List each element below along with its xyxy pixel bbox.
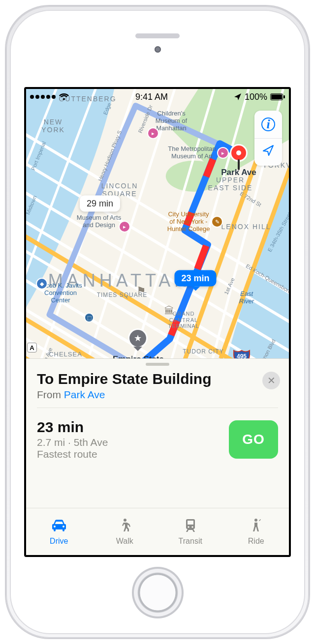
iphone-inner: 9:41 AM 100% — [10, 10, 305, 634]
route-card[interactable]: To Empire State Building From Park Ave ✕… — [26, 358, 289, 555]
svg-point-34 — [188, 526, 189, 527]
nh-chelsea: CHELSEA — [49, 351, 82, 358]
destination-origin-pin[interactable] — [231, 146, 246, 160]
nh-newyork: NEW YORK — [41, 118, 65, 134]
route-fastest: Fastest route — [37, 448, 108, 460]
monument-icon: 🏛 — [164, 305, 174, 317]
wifi-icon — [59, 93, 69, 101]
home-button[interactable] — [132, 567, 184, 618]
poi-childrens: Children's Museum of Manhattan — [156, 110, 187, 132]
route-a-badge: A — [27, 343, 37, 352]
nh-tudor: TUDOR CITY — [183, 349, 223, 355]
route-distance-via: 2.7 mi · 5th Ave — [37, 437, 108, 448]
transit-icon — [182, 518, 199, 535]
nh-lenox: LENOX HILL — [221, 223, 271, 231]
screen: 9:41 AM 100% — [24, 87, 291, 557]
poi-cuny: City University of New York - Hunter Col… — [167, 211, 210, 233]
poi-met: The Metropolitan Museum of Art — [168, 146, 216, 160]
tab-drive-label: Drive — [50, 537, 68, 546]
card-title: To Empire State Building — [37, 371, 278, 387]
subway-dot-1: ⬚ — [85, 314, 93, 322]
close-icon: ✕ — [267, 375, 276, 386]
route-summary: 23 min 2.7 mi · 5th Ave Fastest route GO — [37, 408, 278, 460]
locate-arrow-icon — [262, 144, 275, 160]
walk-icon — [116, 518, 133, 535]
locate-button[interactable] — [254, 138, 282, 166]
front-camera — [155, 46, 161, 53]
from-label: From — [37, 389, 61, 400]
location-arrow-icon — [234, 93, 242, 101]
battery-percent: 100% — [245, 92, 267, 102]
tab-drive[interactable]: Drive — [26, 508, 92, 555]
alt-route-eta[interactable]: 29 min — [80, 196, 120, 212]
iphone-frame: 9:41 AM 100% — [5, 5, 310, 639]
tab-ride-label: Ride — [248, 537, 264, 546]
status-bar: 9:41 AM 100% — [26, 89, 289, 105]
svg-point-35 — [191, 526, 193, 527]
close-button[interactable]: ✕ — [262, 372, 280, 389]
go-button[interactable]: GO — [229, 420, 278, 459]
poi-javits-icon: ◆ — [37, 279, 47, 289]
destination-pin[interactable]: ★ — [129, 330, 146, 347]
ride-icon — [248, 518, 264, 535]
poi-moad: Museum of Arts and Design — [77, 214, 121, 229]
flag-icon-1: ⚑ — [136, 285, 146, 297]
tab-walk-label: Walk — [116, 537, 133, 546]
info-button[interactable]: i — [254, 111, 282, 138]
poi-east-river: East River — [239, 291, 254, 305]
map-controls: i — [254, 111, 282, 166]
svg-point-31 — [124, 519, 126, 522]
battery-icon — [270, 93, 285, 100]
car-icon — [51, 518, 67, 535]
poi-childrens-icon: ▸ — [148, 128, 158, 138]
tab-transit[interactable]: Transit — [158, 508, 223, 555]
tab-walk[interactable]: Walk — [92, 508, 158, 555]
speaker — [135, 33, 180, 38]
poi-cuny-icon: ✎ — [212, 217, 222, 227]
poi-met-icon: ▸ — [218, 148, 228, 158]
from-link[interactable]: Park Ave — [64, 389, 105, 400]
card-subtitle: From Park Ave — [37, 389, 278, 401]
tab-transit-label: Transit — [179, 537, 202, 546]
route-eta: 23 min — [37, 419, 108, 436]
tab-ride[interactable]: Ride — [223, 508, 289, 555]
card-grabber[interactable] — [146, 363, 169, 366]
poi-moad-icon: ▸ — [120, 222, 129, 232]
svg-rect-33 — [188, 521, 193, 525]
mode-tabs: Drive Walk Transit — [26, 508, 289, 555]
primary-route-eta[interactable]: 23 min — [174, 270, 216, 287]
signal-dots-icon — [30, 95, 56, 99]
svg-rect-2 — [284, 95, 285, 98]
nh-upper-east: UPPER EAST SIDE — [208, 176, 253, 192]
svg-point-36 — [254, 519, 257, 522]
info-icon: i — [261, 117, 275, 131]
svg-rect-1 — [271, 94, 282, 99]
status-time: 9:41 AM — [135, 92, 168, 102]
